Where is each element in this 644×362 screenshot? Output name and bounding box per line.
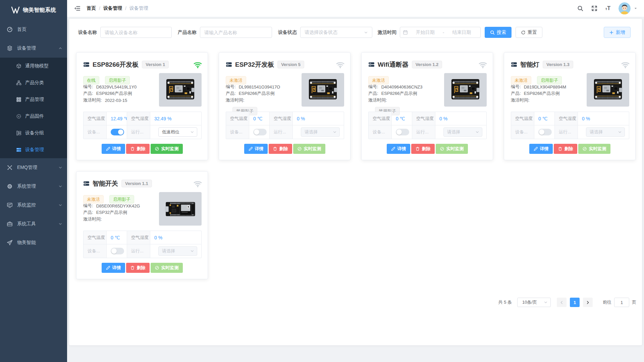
sidebar-item-emq[interactable]: EMQ管理 [0, 158, 67, 177]
device-status-select[interactable]: 请选择设备状态 [300, 27, 372, 38]
caret-down-icon[interactable] [634, 7, 637, 10]
detail-button[interactable]: 详情 [529, 144, 553, 154]
humidity-value: 0 % [150, 231, 201, 244]
realtime-monitor-button[interactable]: 实时监测 [436, 144, 468, 154]
chevron-down-icon [58, 166, 62, 170]
device-switch-toggle[interactable] [396, 129, 409, 135]
toggle-knob [539, 129, 544, 135]
device-switch-toggle[interactable] [253, 129, 267, 135]
version-badge: Version 1 [142, 61, 169, 68]
sidebar-subitem-server-group[interactable]: 设备分组 [0, 125, 67, 141]
active-time-row: 激活时间: [511, 97, 566, 104]
page-size-select[interactable]: 10条/页 [517, 298, 551, 307]
page-number-button[interactable]: 1 [570, 298, 580, 307]
plane-icon [7, 240, 13, 246]
humidity-value: 0 % [293, 112, 344, 125]
next-page-button[interactable] [583, 298, 593, 307]
topbar-actions: тT [577, 2, 637, 14]
sidebar-item-layers[interactable]: 设备管理 [0, 39, 67, 58]
realtime-monitor-button[interactable]: 实时监测 [293, 144, 325, 154]
switch-label: 设备... [369, 125, 392, 139]
sidebar-collapse-icon[interactable] [74, 5, 80, 12]
run-mode-label: 运行... [270, 125, 293, 139]
sidebar-item-label: 产品分类 [25, 80, 62, 86]
delete-button[interactable]: 删除 [411, 144, 435, 154]
delete-button[interactable]: 删除 [269, 144, 292, 154]
device-card: 智能开关 Version 1.1 未激活 启用影子 编号:D85E00R65DY… [76, 171, 208, 279]
monitor-gauge-icon [582, 146, 587, 151]
breadcrumb-item[interactable]: 设备管理 [103, 5, 122, 11]
card-actions: 详情 删除 实时监测 [76, 144, 208, 154]
goto-page-input[interactable] [614, 298, 629, 307]
detail-button[interactable]: 详情 [387, 144, 410, 154]
product-row: 产品:ESP8266产品示例 [511, 90, 566, 97]
sidebar-subitem-cube[interactable]: 通用物模型 [0, 58, 67, 74]
device-card-grid: ESP8266开发板 Version 1 在线 启用影子 编号:D6329VL5… [69, 38, 642, 279]
sidebar-item-plane[interactable]: 物美智能 [0, 233, 67, 252]
device-icon [511, 61, 517, 68]
avatar[interactable] [619, 2, 631, 14]
realtime-monitor-button[interactable]: 实时监测 [151, 144, 183, 154]
monitor-gauge-icon [155, 146, 159, 151]
run-mode-select[interactable]: 请选择 [158, 246, 197, 256]
sidebar-subitem-firmware[interactable]: 产品固件 [0, 108, 67, 125]
device-switch-toggle[interactable] [111, 129, 124, 135]
run-mode-select[interactable]: 请选择 [301, 127, 340, 137]
chevron-down-icon [618, 130, 622, 134]
sidebar-item-gear[interactable]: 系统管理 [0, 177, 67, 196]
card-header: 智能灯 Version 1.3 [511, 60, 630, 69]
emq-icon [7, 165, 13, 171]
detail-button[interactable]: 详情 [102, 144, 125, 154]
device-photo [444, 73, 487, 107]
run-mode-select[interactable]: 请选择 [443, 127, 482, 137]
delete-button[interactable]: 删除 [554, 144, 577, 154]
sidebar-subitem-sitemap[interactable]: 产品分类 [0, 74, 67, 91]
metrics-table: 空气温度 0 ℃ 空气湿度 0 % 设备... 运行... 请选择 [511, 112, 629, 139]
product-row: 产品:ESP32产品示例 [83, 209, 140, 216]
breadcrumb: 首页/设备管理/设备管理 [87, 5, 148, 11]
delete-button[interactable]: 删除 [126, 263, 150, 273]
run-mode-select[interactable]: 低速档位 [158, 127, 197, 137]
sidebar-item-label: 产品固件 [25, 113, 62, 119]
fullscreen-icon[interactable] [591, 5, 597, 11]
temp-label: 空气温度 [511, 112, 534, 125]
product-name-input[interactable] [200, 27, 272, 38]
search-button[interactable]: 搜索 [485, 27, 512, 38]
active-time-row: 激活时间:2022-03-15 [83, 97, 137, 104]
sidebar-subitem-grid[interactable]: 产品管理 [0, 91, 67, 108]
prev-page-button[interactable] [557, 298, 567, 307]
breadcrumb-item[interactable]: 首页 [87, 5, 96, 11]
device-photo [159, 73, 202, 107]
sidebar-item-label: 物美智能 [17, 240, 62, 246]
dashboard-icon [7, 26, 13, 33]
add-button[interactable]: 新增 [604, 27, 631, 38]
realtime-monitor-button[interactable]: 实时监测 [578, 144, 610, 154]
edit-icon [106, 146, 110, 151]
detail-button[interactable]: 详情 [244, 144, 268, 154]
run-mode-select[interactable]: 请选择 [586, 127, 625, 137]
sidebar-item-dashboard[interactable]: 首页 [0, 20, 67, 39]
device-info: 编号:D6329VL54419L1Y0 产品:ESP8266产品示例 激活时间:… [83, 83, 137, 104]
realtime-monitor-button[interactable]: 实时监测 [151, 263, 183, 273]
sidebar-item-briefcase[interactable]: 系统工具 [0, 215, 67, 233]
detail-button[interactable]: 详情 [102, 263, 125, 273]
active-time-range-picker[interactable]: 开始日期 - 结束日期 [400, 27, 481, 38]
sidebar-item-monitor-screen[interactable]: 系统监控 [0, 196, 67, 215]
device-title: 智能开关 [93, 179, 118, 188]
logo-mark-icon [11, 6, 20, 14]
device-photo [587, 73, 629, 107]
product-row: 产品:ESP8266产品示例 [83, 90, 137, 97]
device-title: Wifi通断器 [378, 60, 409, 69]
sidebar-menu: 首页设备管理通用物模型产品分类产品管理产品固件设备分组设备管理EMQ管理系统管理… [0, 20, 67, 252]
device-switch-toggle[interactable] [111, 248, 124, 254]
device-card: Wifi通断器 Version 1.2 未激活 禁用影子 编号:D4040964… [361, 52, 493, 160]
search-icon[interactable] [577, 5, 583, 11]
sidebar-subitem-device-bars[interactable]: 设备管理 [0, 141, 67, 158]
device-bars-icon [16, 147, 21, 153]
delete-button[interactable]: 删除 [126, 144, 150, 154]
font-size-icon[interactable]: тT [605, 6, 610, 11]
device-name-input[interactable] [100, 27, 172, 38]
reset-button[interactable]: 重置 [516, 27, 542, 38]
device-switch-toggle[interactable] [538, 129, 552, 135]
chevron-down-icon [190, 130, 194, 134]
